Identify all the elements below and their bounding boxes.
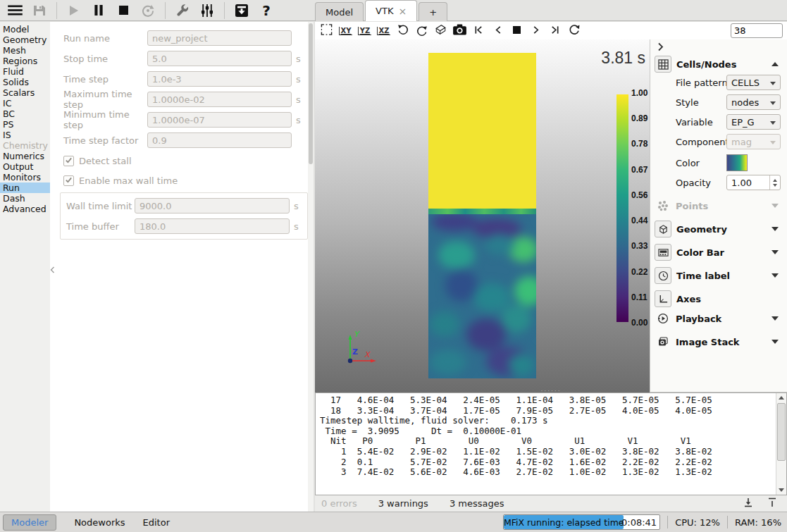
package-button[interactable]: [233, 1, 251, 20]
chevron-down-icon[interactable]: [771, 250, 779, 254]
splitter-handle[interactable]: ······: [537, 390, 565, 393]
sidebar-item-numerics[interactable]: Numerics: [0, 151, 50, 161]
tab-vtk[interactable]: VTK ×: [365, 0, 417, 21]
help-button[interactable]: ?: [257, 1, 275, 20]
time-buffer-input[interactable]: [135, 218, 290, 234]
time-step-factor-input[interactable]: [147, 132, 292, 148]
next-frame-button[interactable]: [528, 24, 543, 38]
wall-time-limit-input[interactable]: [135, 198, 290, 214]
sidebar-item-advanced[interactable]: Advanced: [0, 204, 50, 214]
vtk-toolbar: XY YZ XZ: [315, 22, 787, 39]
stop-playback-button[interactable]: [509, 24, 524, 38]
sidebar-item-dash[interactable]: Dash: [0, 193, 50, 204]
form-scrollbar[interactable]: [308, 22, 314, 512]
sidebar-item-ic[interactable]: IC: [0, 98, 50, 109]
scroll-to-top-icon[interactable]: [767, 497, 777, 509]
sidebar-item-scalars[interactable]: Scalars: [0, 87, 50, 98]
colormap-swatch[interactable]: [726, 154, 748, 171]
sidebar-item-is[interactable]: IS: [0, 130, 50, 140]
chevron-down-icon[interactable]: [771, 316, 779, 321]
sidebar-item-monitors[interactable]: Monitors: [0, 172, 50, 183]
console-scrollbar-thumb[interactable]: [777, 403, 786, 461]
tab-add[interactable]: +: [419, 2, 447, 21]
settings-button[interactable]: [173, 1, 192, 20]
run-name-input[interactable]: [147, 30, 292, 46]
pause-button[interactable]: [89, 1, 108, 20]
style-select[interactable]: nodes: [726, 94, 781, 110]
sidebar-item-regions[interactable]: Regions: [0, 56, 50, 66]
section-image-stack[interactable]: Image Stack: [650, 333, 787, 351]
stop-button[interactable]: [114, 1, 132, 20]
mode-tab-editor[interactable]: Editor: [143, 517, 170, 528]
section-axes[interactable]: Axes: [650, 290, 787, 308]
collapse-up-icon[interactable]: [771, 62, 779, 66]
first-frame-button[interactable]: [471, 24, 486, 38]
warnings-count[interactable]: 3 warnings: [378, 498, 428, 509]
loop-playback-button[interactable]: [566, 24, 581, 38]
tab-close-icon[interactable]: ×: [398, 6, 407, 16]
scrollbar-up-button[interactable]: [776, 393, 786, 402]
file-pattern-select[interactable]: CELLS: [726, 75, 781, 90]
parameters-button[interactable]: [198, 1, 216, 20]
snapshot-button[interactable]: [452, 24, 467, 38]
cells-nodes-header[interactable]: Cells/Nodes: [650, 55, 787, 73]
detect-stall-checkbox[interactable]: [63, 156, 74, 166]
menu-button[interactable]: [6, 1, 24, 20]
spin-arrows[interactable]: [769, 175, 780, 190]
gas-region: [428, 53, 536, 209]
section-time-label[interactable]: Time label: [650, 266, 787, 285]
vtk-render-view[interactable]: 3.81 s 1.000.890.780.670.560.440.330.220…: [315, 39, 650, 392]
reset-view-button[interactable]: [319, 24, 334, 38]
prev-frame-button[interactable]: [490, 24, 505, 38]
last-frame-button[interactable]: [547, 24, 562, 38]
console-scrollbar[interactable]: [776, 393, 786, 495]
rotate-right-button[interactable]: [414, 24, 429, 38]
enable-max-wall-time-checkbox[interactable]: [63, 175, 74, 186]
sidebar-item-geometry[interactable]: Geometry: [0, 35, 50, 45]
run-button[interactable]: [65, 1, 83, 20]
nav-collapse-handle[interactable]: [50, 261, 57, 278]
view-xz-button[interactable]: XZ: [376, 24, 391, 38]
sidebar-item-model[interactable]: Model: [0, 24, 50, 35]
sidebar-item-mesh[interactable]: Mesh: [0, 45, 50, 56]
chevron-down-icon[interactable]: [771, 340, 779, 344]
reset-button[interactable]: [139, 1, 157, 20]
section-geometry[interactable]: Geometry: [650, 220, 787, 238]
chevron-down-icon[interactable]: [771, 273, 779, 278]
status-separator: [727, 516, 728, 528]
scroll-to-bottom-icon[interactable]: [743, 497, 753, 509]
form-scrollbar-thumb[interactable]: [309, 23, 313, 164]
view-xy-button[interactable]: XY: [338, 24, 353, 38]
component-select[interactable]: mag: [726, 134, 781, 149]
section-color-bar[interactable]: Color Bar: [650, 243, 787, 261]
save-button[interactable]: [30, 1, 49, 20]
section-points[interactable]: Points: [650, 197, 787, 215]
sidebar-item-ps[interactable]: PS: [0, 119, 50, 130]
sidebar-item-solids[interactable]: Solids: [0, 77, 50, 87]
variable-select[interactable]: EP_G: [726, 114, 781, 130]
max-time-step-input[interactable]: [147, 92, 292, 107]
stop-time-input[interactable]: [147, 51, 292, 66]
sidebar-item-output[interactable]: Output: [0, 161, 50, 172]
mode-tab-nodeworks[interactable]: Nodeworks: [74, 517, 125, 528]
min-time-step-input[interactable]: [147, 112, 292, 128]
chevron-down-icon[interactable]: [771, 227, 779, 231]
view-yz-button[interactable]: YZ: [357, 24, 372, 38]
tab-model[interactable]: Model: [315, 2, 364, 21]
messages-count[interactable]: 3 messages: [450, 498, 504, 509]
frame-index-input[interactable]: [731, 23, 783, 38]
sidebar-item-fluid[interactable]: Fluid: [0, 66, 50, 77]
sidebar-item-bc[interactable]: BC: [0, 109, 50, 119]
sidebar-item-run[interactable]: Run: [0, 183, 50, 193]
unit-label: s: [296, 94, 303, 105]
perspective-button[interactable]: [433, 24, 448, 38]
time-step-input[interactable]: [147, 71, 292, 87]
section-playback[interactable]: Playback: [650, 309, 787, 328]
panel-collapse-button[interactable]: [657, 42, 669, 54]
mode-tab-modeler[interactable]: Modeler: [3, 514, 56, 531]
scrollbar-down-button[interactable]: [776, 485, 786, 495]
sidebar-item-chemistry[interactable]: Chemistry: [0, 140, 50, 151]
opacity-spinbox[interactable]: 1.00: [726, 175, 781, 190]
rotate-left-button[interactable]: [395, 24, 410, 38]
errors-count[interactable]: 0 errors: [321, 498, 357, 509]
